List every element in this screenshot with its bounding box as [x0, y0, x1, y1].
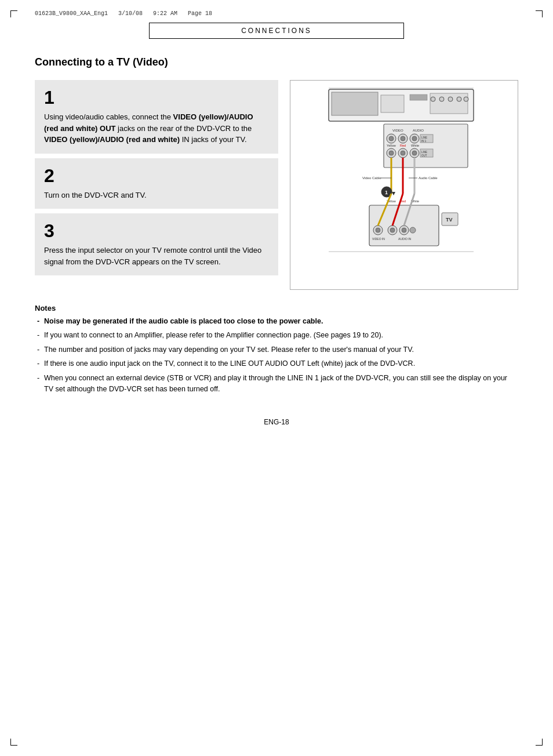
svg-point-25: [401, 151, 405, 155]
corner-mark-tr: [536, 10, 543, 17]
step-3-number: 3: [44, 221, 269, 240]
notes-section: Notes Noise may be generated if the audi…: [35, 304, 518, 395]
svg-point-57: [410, 227, 416, 233]
svg-text:Yellow: Yellow: [387, 144, 396, 147]
step-2-box: 2 Turn on the DVD-VCR and TV.: [35, 158, 278, 209]
svg-text:Red: Red: [400, 144, 406, 147]
step-1-text: Using video/audio cables, connect the VI…: [44, 111, 269, 146]
corner-mark-tl: [10, 10, 17, 17]
svg-point-8: [457, 97, 461, 101]
svg-rect-1: [332, 92, 378, 115]
step-1-number: 1: [44, 88, 269, 107]
connection-diagram: VIDEO AUDIO LINE IN 1: [323, 86, 485, 284]
svg-point-14: [389, 136, 394, 141]
step-3-text: Press the input selector on your TV remo…: [44, 245, 269, 267]
note-item-2: If you want to connect to an Amplifier, …: [35, 330, 518, 341]
svg-text:White: White: [411, 144, 419, 147]
svg-point-9: [464, 97, 468, 101]
page-footer: ENG-18: [35, 418, 518, 426]
step-2-number: 2: [44, 166, 269, 185]
note-item-5: When you connect an external device (STB…: [35, 373, 518, 395]
svg-rect-3: [410, 94, 427, 100]
svg-text:Audio Cable: Audio Cable: [419, 176, 438, 180]
svg-rect-4: [430, 93, 468, 114]
svg-text:1: 1: [385, 190, 388, 195]
header-meta: 01623B_V9800_XAA_Eng1 3/10/08 9:22 AM Pa…: [35, 10, 518, 17]
page-title: Connecting to a TV (Video): [35, 56, 518, 68]
svg-point-18: [412, 136, 417, 141]
svg-marker-44: [392, 192, 395, 195]
svg-text:VIDEO: VIDEO: [392, 129, 403, 132]
step-2-text: Turn on the DVD-VCR and TV.: [44, 190, 269, 201]
svg-text:VIDEO IN: VIDEO IN: [372, 237, 385, 241]
step-3-box: 3 Press the input selector on your TV re…: [35, 213, 278, 275]
note-item-1: Noise may be generated if the audio cabl…: [35, 316, 518, 327]
step-1-box: 1 Using video/audio cables, connect the …: [35, 80, 278, 154]
note-item-3: The number and position of jacks may var…: [35, 344, 518, 355]
svg-text:OUT: OUT: [421, 154, 427, 157]
svg-text:TV: TV: [446, 217, 453, 223]
svg-point-52: [376, 228, 380, 232]
page-container: 01623B_V9800_XAA_Eng1 3/10/08 9:22 AM Pa…: [0, 0, 553, 756]
page-number: ENG-18: [264, 418, 289, 426]
svg-point-54: [390, 228, 395, 232]
svg-text:LINE: LINE: [421, 151, 427, 154]
steps-column: 1 Using video/audio cables, connect the …: [35, 80, 278, 290]
svg-text:AUDIO: AUDIO: [413, 129, 424, 132]
svg-point-7: [448, 97, 453, 101]
diagram-column: VIDEO AUDIO LINE IN 1: [290, 80, 518, 290]
svg-text:LINE: LINE: [421, 136, 427, 139]
svg-text:Video Cable: Video Cable: [362, 176, 381, 180]
svg-rect-2: [381, 95, 404, 112]
note-item-4: If there is one audio input jack on the …: [35, 358, 518, 369]
svg-point-56: [402, 228, 406, 232]
connections-banner: CONNECTIONS: [149, 23, 404, 39]
svg-point-5: [431, 97, 435, 101]
notes-title: Notes: [35, 304, 518, 312]
svg-point-23: [389, 151, 394, 155]
svg-point-16: [401, 136, 405, 141]
corner-mark-br: [536, 739, 543, 746]
main-content: 1 Using video/audio cables, connect the …: [35, 80, 518, 290]
svg-point-6: [439, 97, 444, 101]
svg-text:IN 1: IN 1: [421, 140, 427, 143]
corner-mark-bl: [10, 739, 17, 746]
notes-list: Noise may be generated if the audio cabl…: [35, 316, 518, 395]
svg-text:AUDIO IN: AUDIO IN: [398, 237, 412, 241]
svg-point-27: [412, 151, 417, 155]
